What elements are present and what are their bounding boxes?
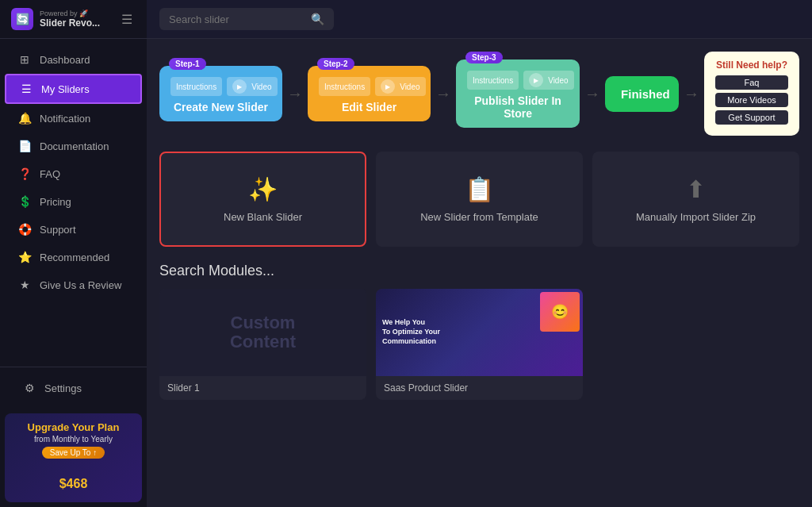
more-videos-button[interactable]: More Videos: [715, 93, 788, 107]
step-2-instructions-button[interactable]: Instructions: [319, 77, 370, 96]
review-icon: ★: [17, 278, 32, 291]
step-1-instructions-button[interactable]: Instructions: [170, 77, 222, 96]
sidebar-item-notification[interactable]: 🔔 Notification: [5, 105, 142, 132]
sidebar-item-label: Recommended: [40, 252, 109, 263]
sidebar-item-pricing[interactable]: 💲 Pricing: [5, 188, 142, 215]
upgrade-subtitle: from Monthly to Yearly: [13, 435, 134, 444]
finished-label: Finished: [621, 87, 670, 101]
step-3-title: Publish Slider In Store: [467, 94, 569, 120]
module-thumb-text: CustomContent: [230, 313, 296, 351]
upgrade-price: $468: [13, 465, 134, 494]
sidebar-item-label: Dashboard: [40, 54, 90, 66]
main-content: 🔍 Step-1 Instructions ▶ Video Create New…: [147, 0, 812, 507]
hamburger-button[interactable]: ☰: [118, 10, 136, 29]
new-blank-slider-card[interactable]: ✨ New Blank Slider: [159, 152, 366, 247]
step-3-badge: Step-3: [465, 52, 503, 63]
step-3-buttons: Instructions ▶ Video: [467, 71, 569, 90]
step-1-video-button[interactable]: ▶ Video: [227, 77, 277, 96]
module-card-saas[interactable]: We Help YouTo Optimize YourCommunication…: [376, 289, 583, 400]
sidebar-item-support[interactable]: 🛟 Support: [5, 216, 142, 243]
step-1-buttons: Instructions ▶ Video: [170, 77, 271, 96]
module-card-slider1[interactable]: CustomContent Slider 1: [159, 289, 366, 400]
module-label-slider1: Slider 1: [159, 376, 366, 400]
step-3-video-button[interactable]: ▶ Video: [523, 71, 573, 90]
sidebar-item-label: Support: [40, 224, 76, 236]
step-1-title: Create New Slider: [170, 101, 271, 113]
sidebar-logo: 🔄 Powered by 🚀 Slider Revo...: [11, 8, 100, 30]
create-options: ✨ New Blank Slider 📋 New Slider from Tem…: [159, 152, 799, 247]
sidebar-item-label: Give Us a Review: [40, 279, 121, 291]
sidebar-settings: ⚙ Settings: [0, 367, 147, 409]
module-label-saas: Saas Product Slider: [376, 376, 583, 400]
sidebar: 🔄 Powered by 🚀 Slider Revo... ☰ ⊞ Dashbo…: [0, 0, 147, 507]
sidebar-item-faq[interactable]: ❓ FAQ: [5, 160, 142, 187]
module-thumb-slider1: CustomContent: [159, 289, 366, 376]
sidebar-item-settings[interactable]: ⚙ Settings: [10, 374, 137, 401]
top-bar: 🔍: [147, 0, 812, 39]
step-2-title: Edit Slider: [319, 101, 419, 113]
play-icon: ▶: [232, 79, 247, 94]
step-arrow-1: →: [287, 85, 303, 103]
upgrade-box[interactable]: Upgrade Your Plan from Monthly to Yearly…: [5, 413, 142, 502]
sidebar-item-recommended[interactable]: ⭐ Recommended: [5, 244, 142, 271]
get-support-button[interactable]: Get Support: [715, 110, 788, 125]
sidebar-nav: ⊞ Dashboard ☰ My Sliders 🔔 Notification …: [0, 39, 147, 367]
sidebar-item-label: Pricing: [40, 196, 71, 208]
faq-help-button[interactable]: Faq: [715, 75, 788, 90]
sidebar-header: 🔄 Powered by 🚀 Slider Revo... ☰: [0, 0, 147, 39]
doc-icon: 📄: [17, 140, 32, 152]
search-box: 🔍: [159, 8, 334, 30]
step-arrow-3: →: [584, 85, 600, 103]
step-3-card: Step-3 Instructions ▶ Video Publish Slid…: [456, 60, 580, 128]
currency-symbol: $: [59, 477, 67, 490]
settings-icon: ⚙: [22, 382, 36, 394]
sidebar-item-give-us-review[interactable]: ★ Give Us a Review: [5, 271, 142, 298]
upload-icon: ⬆: [686, 175, 706, 203]
dashboard-icon: ⊞: [17, 53, 32, 66]
content-area: Step-1 Instructions ▶ Video Create New S…: [147, 39, 812, 507]
modules-grid: CustomContent Slider 1 We Help YouTo Opt…: [159, 289, 799, 400]
search-button[interactable]: 🔍: [311, 13, 324, 25]
play-icon: ▶: [529, 73, 543, 87]
import-zip-label: Manually Import Slider Zip: [636, 211, 756, 223]
recommended-icon: ⭐: [17, 251, 32, 263]
upgrade-title: Upgrade Your Plan: [13, 421, 134, 433]
sidebar-item-label: Settings: [44, 382, 82, 394]
logo-text: Powered by 🚀 Slider Revo...: [40, 10, 100, 29]
help-title: Still Need help?: [715, 60, 788, 71]
template-icon: 📋: [465, 175, 494, 203]
modules-title: Search Modules...: [159, 263, 799, 279]
step-arrow-2: →: [435, 85, 451, 103]
step-2-card: Step-2 Instructions ▶ Video Edit Slider: [308, 66, 431, 121]
sidebar-item-documentation[interactable]: 📄 Documentation: [5, 133, 142, 159]
new-from-template-card[interactable]: 📋 New Slider from Template: [376, 152, 583, 247]
steps-flow: Step-1 Instructions ▶ Video Create New S…: [159, 52, 799, 136]
logo-icon: 🔄: [11, 8, 33, 30]
play-icon: ▶: [381, 79, 395, 94]
search-input[interactable]: [169, 13, 304, 25]
sidebar-item-label: Documentation: [40, 140, 109, 152]
sidebar-item-label: My Sliders: [41, 83, 90, 95]
notification-icon: 🔔: [17, 112, 32, 125]
sidebar-item-label: FAQ: [40, 168, 60, 180]
powered-by-text: Powered by 🚀: [40, 10, 100, 17]
sidebar-item-dashboard[interactable]: ⊞ Dashboard: [5, 46, 142, 73]
sidebar-item-label: Notification: [40, 113, 90, 125]
step-2-video-button[interactable]: ▶ Video: [375, 77, 425, 96]
blank-slider-label: New Blank Slider: [224, 211, 302, 223]
step-3-instructions-button[interactable]: Instructions: [467, 71, 519, 90]
faq-icon: ❓: [17, 167, 32, 180]
pricing-icon: 💲: [17, 195, 32, 208]
finished-card: Finished: [605, 76, 679, 112]
step-arrow-4: →: [684, 85, 699, 103]
module-thumb-saas: We Help YouTo Optimize YourCommunication…: [376, 289, 583, 376]
import-zip-card[interactable]: ⬆ Manually Import Slider Zip: [592, 152, 799, 247]
template-label: New Slider from Template: [420, 211, 538, 223]
step-2-badge: Step-2: [317, 58, 354, 70]
saas-preview-image: 😊: [540, 292, 580, 332]
step-2-buttons: Instructions ▶ Video: [319, 77, 419, 96]
step-1-card: Step-1 Instructions ▶ Video Create New S…: [159, 66, 282, 121]
save-badge: Save Up To ↑: [42, 447, 105, 459]
app-name: Slider Revo...: [40, 17, 100, 29]
sidebar-item-my-sliders[interactable]: ☰ My Sliders: [5, 74, 142, 104]
